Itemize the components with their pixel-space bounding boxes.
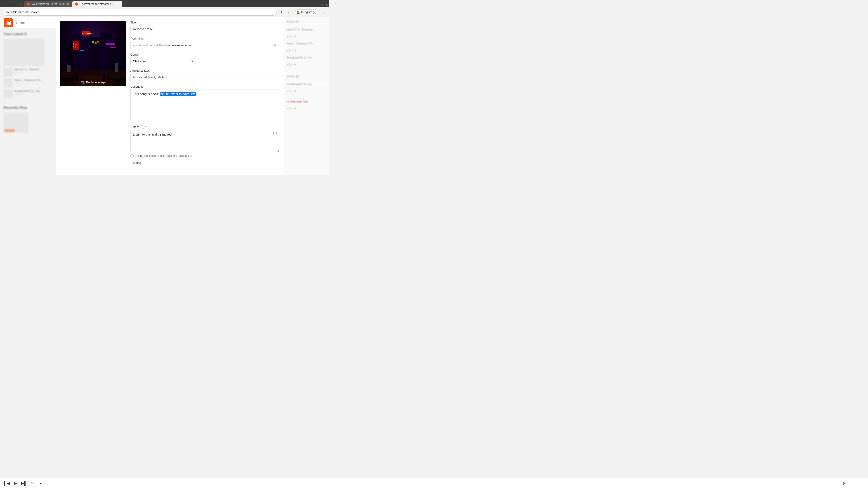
forward-button[interactable]: → [9, 1, 16, 7]
genre-row: Genre Classical Alternative Rock Ambient… [130, 53, 279, 65]
svg-rect-0 [5, 23, 5, 25]
permalink-row: Permalink * soundcloud.com/a24beaba/my-r… [130, 37, 279, 49]
caption-label-row: Caption ? [130, 125, 279, 129]
sidebar-track-item-2: Neon - 'Colours in Th... ♪ 5 ☆ 2 [4, 78, 52, 88]
svg-rect-5 [9, 22, 10, 25]
title-required-star: * [137, 21, 138, 24]
main-area: Home Your Latest U lash & C.1 - Dreame..… [0, 17, 329, 175]
caption-row: Caption ? 112 i Editing the caption does… [130, 125, 279, 158]
sidebar-track-3-title: BroadcastVol.1) - lny [14, 90, 52, 93]
form-container: CITYWALK Coca Cola [60, 21, 279, 168]
sidebar-track-2-title: Neon - 'Colours in Th... [14, 78, 52, 82]
tab-close-1[interactable]: ✕ [66, 2, 70, 6]
svg-rect-30 [115, 63, 118, 72]
edit-icon: ✏ [274, 43, 277, 47]
svg-text:Coca: Coca [73, 43, 77, 45]
tags-row: Additional tags [130, 69, 279, 81]
tags-label: Additional tags [130, 69, 279, 72]
sidebar-section1-title: Your Latest U [4, 32, 52, 36]
description-field[interactable]: This song is about the life I want to ha… [130, 89, 279, 121]
right-item-6: ♪ 5 ☆ 4 [284, 61, 329, 68]
tags-input[interactable] [130, 73, 279, 81]
tab-favicon-2 [75, 2, 78, 6]
tab-soundcloud-tracks[interactable]: Your tracks on SoundCloud ✕ [24, 1, 72, 7]
caption-note-text: Editing the caption doesn't post the tra… [135, 154, 192, 158]
profile-label: Incognito (2) [301, 11, 316, 14]
svg-rect-6 [10, 21, 11, 25]
profile-area[interactable]: 🕵 Incognito (2) [295, 9, 318, 15]
sc-logo [4, 18, 13, 27]
caption-note-icon: i [130, 154, 133, 158]
right-item-1: lash & C.1 - Dreamse... [284, 26, 329, 33]
right-item-8: ♪ 5 ☆ 3 [284, 88, 329, 95]
tab-discover[interactable]: Discover the top streamed mus... ✕ [72, 1, 122, 7]
right-item-2: ♪ 7 ☆ 4 [284, 33, 329, 40]
title-label: Title * [130, 21, 279, 24]
right-section-title: Show all [284, 17, 329, 26]
nav-home[interactable]: Home [16, 21, 25, 25]
privacy-row: Privacy: [130, 161, 279, 164]
permalink-edit-button[interactable]: ✏ [271, 41, 279, 49]
svg-rect-4 [8, 22, 9, 25]
description-row: Description This song is about the life … [130, 85, 279, 121]
right-item-7: BroadcastVol. II - lny [284, 81, 329, 88]
svg-rect-29 [67, 65, 70, 72]
sidebar-section2-title: Recently Play [4, 106, 52, 110]
svg-rect-2 [6, 22, 7, 25]
svg-point-17 [79, 29, 92, 38]
replace-image-overlay[interactable]: 📷 Replace image [60, 78, 126, 86]
address-bar[interactable]: soundcloud.com/discover [3, 9, 277, 15]
tab-close-2[interactable]: ✕ [116, 2, 119, 6]
caption-label: Caption [130, 125, 141, 128]
svg-rect-24 [95, 42, 96, 44]
sidebar-track-2-meta: ♪ 5 ☆ 2 [14, 82, 52, 85]
right-item-3: Neon - 'Colours in Th... [284, 40, 329, 47]
form-fields: Title * Permalink * soundcloud.com/a24be… [130, 21, 279, 168]
sidebar-track-item-3: BroadcastVol.1) - lny ♪ 5 ☆ 4 [4, 90, 52, 98]
minimize-button[interactable]: – [314, 2, 319, 7]
browser-chrome: ← → ↻ Your tracks on SoundCloud ✕ Discov… [0, 0, 329, 17]
track-image: CITYWALK Coca Cola [60, 21, 126, 86]
permalink-slug: my-released-song [169, 43, 193, 47]
close-button[interactable]: ✕ [324, 2, 329, 7]
center-panel: CITYWALK Coca Cola [56, 17, 284, 175]
tabs-bar: ← → ↻ Your tracks on SoundCloud ✕ Discov… [0, 0, 329, 7]
description-highlighted: the life I want to have. etc. [160, 92, 196, 96]
sidebar-track-3-meta: ♪ 5 ☆ 4 [14, 93, 52, 96]
caption-char-count: 112 [273, 132, 277, 135]
right-item-4: ♪ 5 ☆ 2 [284, 47, 329, 54]
caption-textarea[interactable] [130, 130, 279, 152]
reload-button[interactable]: ↻ [16, 1, 23, 7]
privacy-label: Privacy: [130, 161, 279, 164]
genre-label: Genre [130, 53, 279, 56]
svg-rect-25 [97, 41, 99, 42]
permalink-base: soundcloud.com/a24beaba/ [133, 43, 169, 47]
browser-menu-button[interactable]: ⋮ [320, 9, 327, 15]
back-button[interactable]: ← [2, 1, 8, 7]
permalink-field: soundcloud.com/a24beaba/my-released-song… [130, 41, 279, 49]
sidebar-track-1-title: lash & C.1 - Dreame... [14, 68, 52, 71]
camera-icon: 📷 [81, 80, 85, 84]
svg-rect-26 [80, 50, 84, 51]
permalink-required-star: * [145, 37, 146, 40]
tab-label-2: Discover the top streamed mus... [80, 2, 114, 6]
title-input[interactable] [130, 25, 279, 33]
url-text: soundcloud.com/discover [6, 10, 39, 14]
svg-rect-22 [110, 47, 116, 48]
layout-button[interactable]: ▭ [287, 9, 293, 15]
bookmark-button[interactable]: ★ [278, 9, 285, 15]
sidebar-track-1-meta: ♪ 7 ☆ 4 [14, 71, 52, 74]
caption-help-icon[interactable]: ? [142, 125, 146, 129]
left-sidebar: Home Your Latest U lash & C.1 - Dreame..… [0, 17, 56, 175]
description-label: Description [130, 85, 279, 88]
genre-select[interactable]: Classical Alternative Rock Ambient Dance… [130, 57, 196, 65]
svg-rect-1 [6, 22, 6, 25]
new-tab-button[interactable]: + [122, 1, 128, 7]
restore-button[interactable]: □ [319, 2, 324, 7]
permalink-label: Permalink * [130, 37, 279, 40]
tab-favicon-1 [27, 2, 30, 6]
tab-label-1: Your tracks on SoundCloud [32, 2, 65, 6]
genre-select-wrap: Classical Alternative Rock Ambient Dance… [130, 57, 196, 65]
svg-rect-23 [92, 41, 94, 43]
svg-text:Cola: Cola [73, 46, 76, 48]
